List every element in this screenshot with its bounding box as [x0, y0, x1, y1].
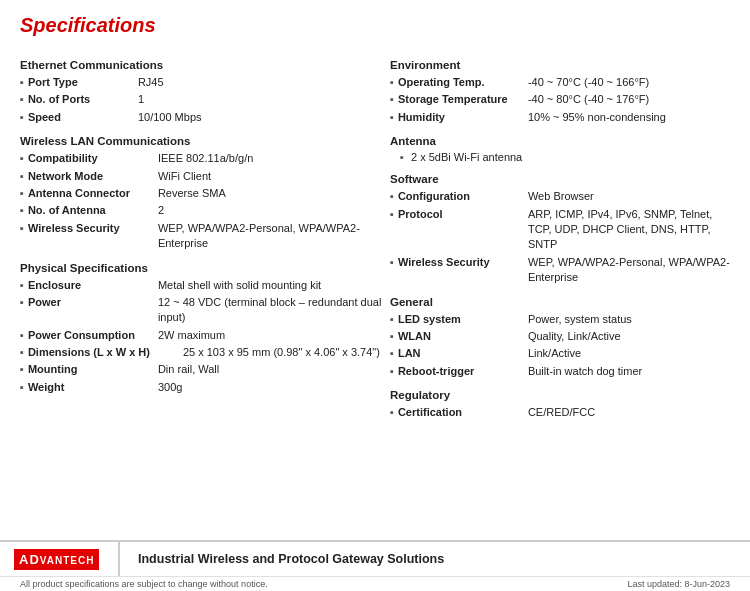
right-column: Environment ▪ Operating Temp. -40 ~ 70°C…: [390, 49, 730, 422]
list-item: ▪ Speed 10/100 Mbps: [20, 110, 390, 125]
list-item: ▪ Wireless Security WEP, WPA/WPA2-Person…: [390, 255, 730, 286]
spec-key: LAN: [398, 346, 528, 361]
spec-val: ARP, ICMP, IPv4, IPv6, SNMP, Telnet, TCP…: [528, 207, 730, 253]
footer: ADVANTECH Industrial Wireless and Protoc…: [0, 540, 750, 591]
bullet-icon: ▪: [20, 75, 24, 90]
spec-key: Weight: [28, 380, 158, 395]
bullet-icon: ▪: [20, 278, 24, 293]
list-item: ▪ LAN Link/Active: [390, 346, 730, 361]
spec-key: Certification: [398, 405, 528, 420]
section-environment-title: Environment: [390, 59, 730, 71]
spec-key: Reboot-trigger: [398, 364, 528, 379]
spec-key: Power: [28, 295, 158, 310]
section-ethernet-title: Ethernet Communications: [20, 59, 390, 71]
section-software-list: ▪ Configuration Web Browser ▪ Protocol A…: [390, 189, 730, 285]
spec-key: WLAN: [398, 329, 528, 344]
footer-brand: ADVANTECH: [0, 542, 120, 576]
section-regulatory-title: Regulatory: [390, 389, 730, 401]
bullet-icon: ▪: [20, 380, 24, 395]
section-wireless-lan-title: Wireless LAN Communications: [20, 135, 390, 147]
footer-last-updated: Last updated: 8-Jun-2023: [627, 579, 730, 589]
spec-key: Speed: [28, 110, 138, 125]
section-wireless-lan-list: ▪ Compatibility IEEE 802.11a/b/g/n ▪ Net…: [20, 151, 390, 251]
bullet-icon: ▪: [20, 110, 24, 125]
page-title: Specifications: [20, 14, 730, 37]
bullet-icon: ▪: [20, 221, 24, 236]
left-column: Ethernet Communications ▪ Port Type RJ45…: [20, 49, 390, 422]
bullet-icon: ▪: [390, 207, 394, 222]
spec-key: Operating Temp.: [398, 75, 528, 90]
brand-adv: AD: [19, 552, 40, 567]
bullet-icon: ▪: [390, 75, 394, 90]
spec-key: No. of Antenna: [28, 203, 158, 218]
list-item: ▪ Mounting Din rail, Wall: [20, 362, 390, 377]
bullet-icon: ▪: [20, 328, 24, 343]
spec-val: 10/100 Mbps: [138, 110, 202, 125]
spec-val: Web Browser: [528, 189, 594, 204]
spec-val: Metal shell with solid mounting kit: [158, 278, 321, 293]
list-item: ▪ Enclosure Metal shell with solid mount…: [20, 278, 390, 293]
spec-val: -40 ~ 80°C (-40 ~ 176°F): [528, 92, 649, 107]
list-item: ▪ Wireless Security WEP, WPA/WPA2-Person…: [20, 221, 390, 252]
spec-key: Configuration: [398, 189, 528, 204]
list-item: ▪ Power 12 ~ 48 VDC (terminal block – re…: [20, 295, 390, 326]
list-item: ▪ Certification CE/RED/FCC: [390, 405, 730, 420]
bullet-icon: ▪: [20, 151, 24, 166]
section-general-list: ▪ LED system Power, system status ▪ WLAN…: [390, 312, 730, 380]
spec-key: Wireless Security: [398, 255, 528, 270]
section-physical-list: ▪ Enclosure Metal shell with solid mount…: [20, 278, 390, 396]
list-item: ▪ No. of Antenna 2: [20, 203, 390, 218]
bullet-icon: ▪: [390, 329, 394, 344]
brand-tech-suffix: VANTECH: [40, 555, 95, 566]
section-environment-list: ▪ Operating Temp. -40 ~ 70°C (-40 ~ 166°…: [390, 75, 730, 125]
bullet-icon: ▪: [390, 346, 394, 361]
section-general-title: General: [390, 296, 730, 308]
list-item: ▪ Power Consumption 2W maximum: [20, 328, 390, 343]
list-item: ▪ Humidity 10% ~ 95% non-condensing: [390, 110, 730, 125]
bullet-icon: ▪: [390, 92, 394, 107]
bullet-icon: ▪: [20, 169, 24, 184]
section-ethernet-list: ▪ Port Type RJ45 ▪ No. of Ports 1 ▪ Spee…: [20, 75, 390, 125]
list-item: ▪ Network Mode WiFi Client: [20, 169, 390, 184]
spec-val: WEP, WPA/WPA2-Personal, WPA/WPA2-Enterpr…: [528, 255, 730, 286]
list-item: ▪ Reboot-trigger Built-in watch dog time…: [390, 364, 730, 379]
spec-val: WEP, WPA/WPA2-Personal, WPA/WPA2-Enterpr…: [158, 221, 390, 252]
spec-key: LED system: [398, 312, 528, 327]
spec-val: -40 ~ 70°C (-40 ~ 166°F): [528, 75, 649, 90]
spec-val: Din rail, Wall: [158, 362, 219, 377]
list-item: ▪ Operating Temp. -40 ~ 70°C (-40 ~ 166°…: [390, 75, 730, 90]
spec-val: 1: [138, 92, 144, 107]
list-item: ▪ Antenna Connector Reverse SMA: [20, 186, 390, 201]
bullet-icon: ▪: [390, 312, 394, 327]
spec-val: Link/Active: [528, 346, 581, 361]
spec-val: 12 ~ 48 VDC (terminal block – redundant …: [158, 295, 390, 326]
spec-val: Built-in watch dog timer: [528, 364, 642, 379]
spec-val: IEEE 802.11a/b/g/n: [158, 151, 253, 166]
list-item: ▪ Weight 300g: [20, 380, 390, 395]
list-item: ▪ Configuration Web Browser: [390, 189, 730, 204]
spec-key: Humidity: [398, 110, 528, 125]
bullet-icon: ▪: [20, 362, 24, 377]
spec-key: Port Type: [28, 75, 138, 90]
spec-val: Reverse SMA: [158, 186, 226, 201]
spec-key: Network Mode: [28, 169, 158, 184]
bullet-icon: ▪: [400, 151, 404, 163]
spec-val: Quality, Link/Active: [528, 329, 621, 344]
spec-key: Wireless Security: [28, 221, 158, 236]
bullet-icon: ▪: [390, 364, 394, 379]
spec-val: RJ45: [138, 75, 164, 90]
footer-main-row: ADVANTECH Industrial Wireless and Protoc…: [0, 540, 750, 576]
spec-key: Power Consumption: [28, 328, 158, 343]
spec-val: Power, system status: [528, 312, 632, 327]
bullet-icon: ▪: [20, 345, 24, 360]
list-item: ▪ WLAN Quality, Link/Active: [390, 329, 730, 344]
bullet-icon: ▪: [390, 405, 394, 420]
bullet-icon: ▪: [390, 110, 394, 125]
spec-key: Mounting: [28, 362, 158, 377]
list-item: ▪ No. of Ports 1: [20, 92, 390, 107]
spec-key: No. of Ports: [28, 92, 138, 107]
bullet-icon: ▪: [390, 189, 394, 204]
footer-disclaimer: All product specifications are subject t…: [20, 579, 268, 589]
brand-logo: ADVANTECH: [14, 549, 99, 570]
bullet-icon: ▪: [20, 92, 24, 107]
